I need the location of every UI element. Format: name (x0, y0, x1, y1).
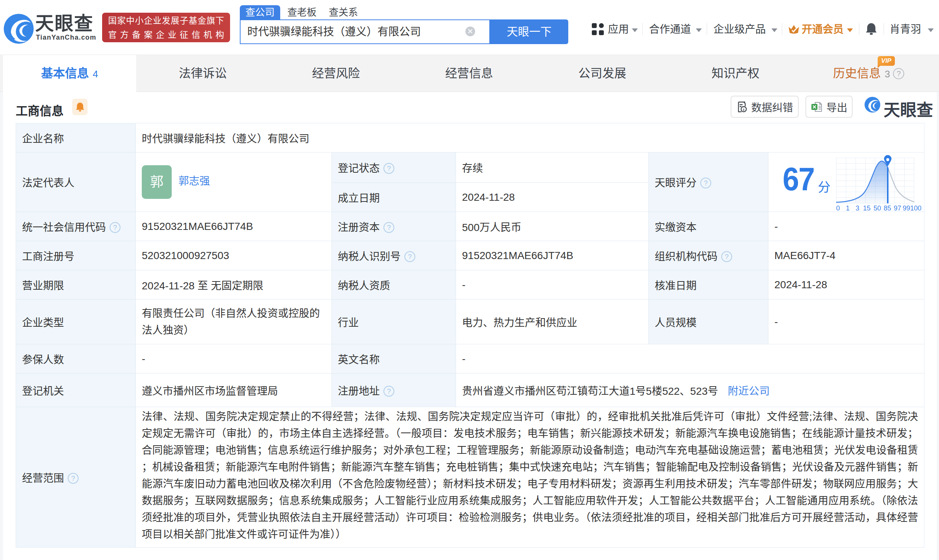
svg-text:15: 15 (863, 205, 871, 212)
svg-text:97: 97 (894, 205, 901, 212)
svg-text:3: 3 (856, 205, 859, 212)
svg-text:99: 99 (903, 205, 910, 212)
svg-text:50: 50 (874, 205, 881, 212)
svg-text:0: 0 (836, 205, 840, 212)
svg-text:85: 85 (883, 205, 891, 212)
svg-text:1: 1 (846, 205, 850, 212)
svg-text:100: 100 (910, 205, 921, 212)
